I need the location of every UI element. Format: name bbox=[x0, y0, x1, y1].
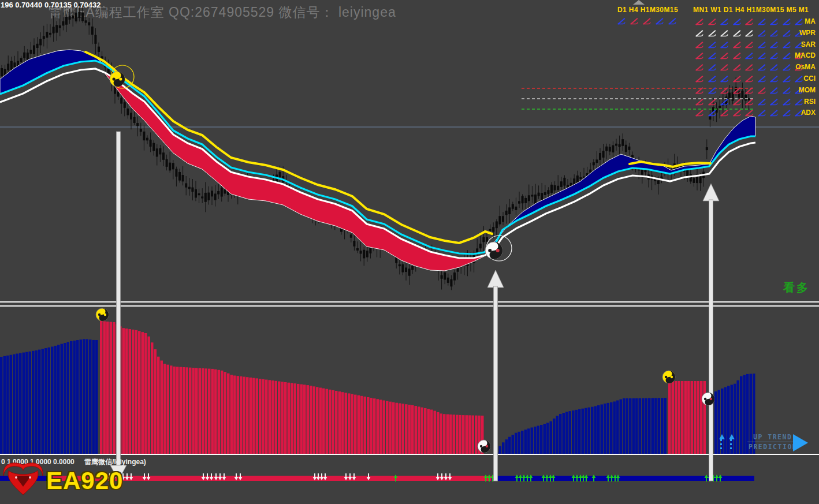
tf-icon-RSI-D1[interactable] bbox=[720, 98, 729, 105]
panel-separator bbox=[0, 454, 819, 455]
tf-icon-MOM-W1[interactable] bbox=[708, 86, 717, 94]
tf-icon-WPR-M15[interactable] bbox=[769, 29, 779, 36]
tf-icon-MOM-H1[interactable] bbox=[744, 86, 754, 94]
tf-icon-CCI-M30[interactable] bbox=[757, 74, 766, 82]
timeframe-group-large-label: MN1 W1 D1 H4 H1M30M15 M5 M1 bbox=[693, 6, 809, 14]
tf-icon-MOM-M30[interactable] bbox=[757, 86, 766, 94]
tf-icon-MACD-H1[interactable] bbox=[744, 51, 754, 59]
tf-icon-MACD-D1[interactable] bbox=[720, 51, 729, 59]
tf-icon-WPR-W1[interactable] bbox=[708, 29, 717, 36]
tf-icon-small-0[interactable] bbox=[617, 17, 626, 24]
tf-icon-ADX-H4[interactable] bbox=[732, 109, 742, 116]
tf-icon-OsMA-M30[interactable] bbox=[757, 63, 766, 70]
tf-icon-ADX-H1[interactable] bbox=[744, 109, 754, 116]
tf-icon-OsMA-M15[interactable] bbox=[769, 63, 779, 70]
tf-icon-MOM-MN1[interactable] bbox=[695, 86, 704, 94]
tf-icon-MACD-W1[interactable] bbox=[708, 51, 717, 59]
tf-icon-MA-H4[interactable] bbox=[732, 17, 742, 25]
momentum-bars bbox=[0, 339, 98, 454]
tf-icon-SAR-H4[interactable] bbox=[732, 40, 742, 48]
tf-icon-WPR-D1[interactable] bbox=[720, 29, 729, 36]
bull-logo-icon bbox=[1, 458, 45, 503]
tf-icon-RSI-M15[interactable] bbox=[769, 98, 779, 105]
tf-icon-SAR-H1[interactable] bbox=[744, 40, 754, 48]
trend-strip-segment bbox=[492, 476, 754, 481]
tf-icon-CCI-H4[interactable] bbox=[732, 74, 742, 82]
tf-icon-ADX-M15[interactable] bbox=[769, 109, 779, 116]
tf-icon-OsMA-MN1[interactable] bbox=[695, 63, 704, 70]
timeframe-indicator-panel: D1 H4 H1M30M15 MN1 W1 D1 H4 H1M30M15 M5 … bbox=[0, 0, 819, 133]
indicator-label-SAR[interactable]: SAR bbox=[790, 40, 816, 48]
timeframe-group-small-label: D1 H4 H1M30M15 bbox=[617, 6, 678, 14]
tf-icon-MA-H1[interactable] bbox=[744, 17, 754, 25]
tf-icon-MA-D1[interactable] bbox=[720, 17, 729, 25]
momentum-bars bbox=[496, 398, 667, 454]
tf-icon-SAR-M30[interactable] bbox=[757, 40, 766, 48]
tf-icon-WPR-M30[interactable] bbox=[757, 29, 766, 36]
tf-icon-ADX-M30[interactable] bbox=[757, 109, 766, 116]
tf-icon-OsMA-D1[interactable] bbox=[720, 63, 729, 70]
tf-icon-CCI-D1[interactable] bbox=[720, 74, 729, 82]
tf-icon-MOM-D1[interactable] bbox=[720, 86, 729, 94]
tf-icon-WPR-H4[interactable] bbox=[732, 29, 742, 36]
tf-icon-MACD-M15[interactable] bbox=[769, 51, 779, 59]
tf-icon-RSI-H4[interactable] bbox=[732, 98, 742, 105]
tf-icon-SAR-MN1[interactable] bbox=[695, 40, 704, 48]
indicator-label-MA[interactable]: MA bbox=[790, 17, 816, 25]
play-icon[interactable] bbox=[793, 434, 808, 451]
trend-prediction-box: UP TREND PREDICTION bbox=[747, 433, 798, 451]
tf-icon-WPR-MN1[interactable] bbox=[695, 29, 704, 36]
tf-icon-SAR-D1[interactable] bbox=[720, 40, 729, 48]
tf-icon-small-4[interactable] bbox=[668, 17, 677, 24]
logo-text: EA920 bbox=[46, 461, 123, 501]
tf-icon-MA-MN1[interactable] bbox=[695, 17, 704, 25]
momentum-bars bbox=[100, 321, 484, 454]
tf-icon-MA-W1[interactable] bbox=[708, 17, 717, 25]
tf-icon-ADX-MN1[interactable] bbox=[695, 109, 704, 116]
indicator-label-OsMA[interactable]: OsMA bbox=[790, 63, 816, 71]
tf-icon-CCI-MN1[interactable] bbox=[695, 74, 704, 82]
indicator-label-WPR[interactable]: WPR bbox=[790, 29, 816, 37]
tf-icon-OsMA-H4[interactable] bbox=[732, 63, 742, 70]
tf-icon-CCI-M15[interactable] bbox=[769, 74, 779, 82]
quote-line: 196 0.70440 0.70135 0.70432 bbox=[1, 1, 101, 9]
indicator-label-ADX[interactable]: ADX bbox=[790, 109, 816, 117]
tf-icon-MA-M30[interactable] bbox=[757, 17, 766, 25]
tf-icon-CCI-H1[interactable] bbox=[744, 74, 754, 82]
tf-icon-small-3[interactable] bbox=[655, 17, 664, 24]
tf-icon-MACD-MN1[interactable] bbox=[695, 51, 704, 59]
tf-icon-SAR-M15[interactable] bbox=[769, 40, 779, 48]
tf-icon-WPR-H1[interactable] bbox=[744, 29, 754, 36]
prediction-line1: UP TREND bbox=[747, 433, 798, 442]
tf-icon-ADX-D1[interactable] bbox=[720, 109, 729, 116]
tf-icon-RSI-M30[interactable] bbox=[757, 98, 766, 105]
trend-ribbon-fill bbox=[494, 116, 755, 247]
tf-icon-OsMA-H1[interactable] bbox=[744, 63, 754, 70]
bullish-label: 看多 bbox=[783, 280, 810, 296]
indicator-label-CCI[interactable]: CCI bbox=[790, 74, 816, 83]
tf-icon-MACD-M30[interactable] bbox=[757, 51, 766, 59]
tf-icon-MOM-H4[interactable] bbox=[732, 86, 742, 94]
indicator-label-RSI[interactable]: RSI bbox=[790, 98, 816, 106]
dashed-up-arrow-icon bbox=[719, 434, 726, 451]
dashed-up-arrow-icon bbox=[729, 434, 736, 451]
tf-icon-MOM-M15[interactable] bbox=[769, 86, 779, 94]
trading-terminal-window: 雷鹰EA编程工作室 QQ:2674905529 微信号： leiyingea 1… bbox=[0, 0, 819, 504]
tf-icon-small-2[interactable] bbox=[642, 17, 652, 24]
prediction-line2: PREDICTION bbox=[747, 442, 798, 451]
panel-separator bbox=[0, 301, 819, 303]
tf-icon-small-1[interactable] bbox=[630, 17, 639, 24]
tf-icon-RSI-W1[interactable] bbox=[708, 98, 717, 105]
indicator-label-MACD[interactable]: MACD bbox=[790, 51, 816, 59]
tf-icon-OsMA-W1[interactable] bbox=[708, 63, 717, 70]
momentum-bars bbox=[668, 381, 706, 454]
tf-icon-MA-M15[interactable] bbox=[769, 17, 779, 25]
tf-icon-RSI-MN1[interactable] bbox=[695, 98, 704, 105]
tf-icon-RSI-H1[interactable] bbox=[744, 98, 754, 105]
tf-icon-ADX-W1[interactable] bbox=[708, 109, 717, 116]
tf-icon-MACD-H4[interactable] bbox=[732, 51, 742, 59]
ea920-logo: EA920 bbox=[1, 458, 123, 503]
tf-icon-CCI-W1[interactable] bbox=[708, 74, 717, 82]
indicator-label-MOM[interactable]: MOM bbox=[790, 86, 816, 94]
tf-icon-SAR-W1[interactable] bbox=[708, 40, 717, 48]
